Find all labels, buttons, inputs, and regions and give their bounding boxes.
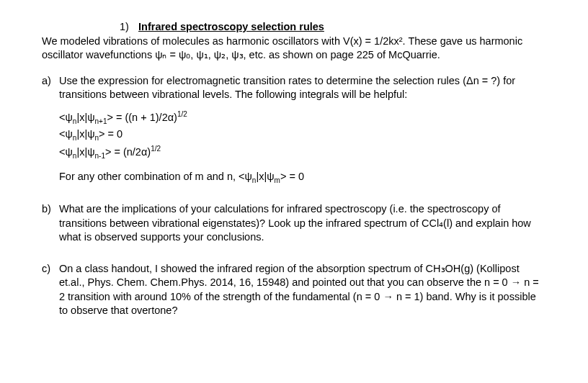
eq-block: <ψn|x|ψn+1> = ((n + 1)/2α)1/2 <ψn|x|ψn> … — [59, 109, 546, 161]
eq-sub: n+1 — [95, 117, 107, 125]
eq-frag: |x|ψ — [76, 112, 94, 123]
eq-frag: > = 0 — [99, 128, 122, 140]
part-b-text: What are the implications of your calcul… — [59, 202, 546, 245]
eq-frag: <ψ — [59, 112, 73, 123]
eq-frag: > = 0 — [280, 171, 304, 182]
part-c-letter: c) — [42, 262, 59, 325]
eq-line-2: <ψn|x|ψn> = 0 — [59, 127, 546, 143]
part-b: b) What are the implications of your cal… — [42, 202, 546, 252]
question-title: Infrared spectroscopy selection rules — [138, 21, 324, 32]
eq-frag: > = ((n + 1)/2α) — [107, 112, 177, 123]
eq-sup: 1/2 — [177, 110, 187, 118]
eq-frag: <ψ — [59, 128, 73, 140]
eq-line-1: <ψn|x|ψn+1> = ((n + 1)/2α)1/2 — [59, 109, 546, 126]
part-c: c) On a class handout, I showed the infr… — [42, 262, 546, 325]
part-b-letter: b) — [42, 202, 59, 252]
eq-sup: 1/2 — [151, 145, 161, 153]
part-a-text: Use the expression for electromagnetic t… — [59, 74, 546, 102]
question-heading: 1) Infrared spectroscopy selection rules — [120, 20, 546, 35]
intro-paragraph: We modeled vibrations of molecules as ha… — [42, 35, 546, 63]
part-a-footer: For any other combination of m and n, <ψ… — [59, 170, 546, 185]
eq-frag: <ψ — [59, 146, 73, 158]
part-a-letter: a) — [42, 74, 59, 192]
eq-frag: For any other combination of m and n, <ψ — [59, 171, 252, 182]
eq-frag: |x|ψ — [76, 146, 94, 158]
eq-frag: |x|ψ — [256, 171, 274, 182]
eq-sub: m — [275, 176, 280, 184]
question-number: 1) — [120, 20, 135, 35]
eq-line-3: <ψn|x|ψn-1> = (n/2α)1/2 — [59, 144, 546, 161]
eq-frag: |x|ψ — [76, 128, 94, 140]
eq-sub: n-1 — [95, 152, 105, 160]
eq-frag: > = (n/2α) — [105, 146, 151, 158]
part-c-text: On a class handout, I showed the infrare… — [59, 262, 546, 318]
part-a: a) Use the expression for electromagneti… — [42, 74, 546, 192]
